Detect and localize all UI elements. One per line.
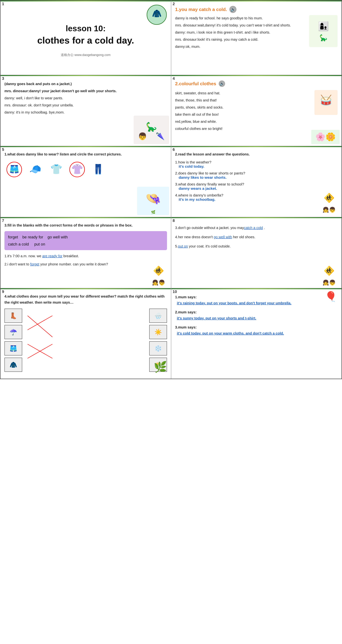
- svg-text:🔊: 🔊: [230, 7, 236, 12]
- cell-number-1: 1: [2, 2, 4, 6]
- lesson-title: lesson 10:: [66, 24, 106, 33]
- svg-line-34: [28, 316, 52, 330]
- qa-2: 2.does danny like to wear shorts or pant…: [175, 171, 338, 180]
- weather-snow: ❄️: [149, 341, 167, 356]
- item-umbrella: ☂️: [4, 325, 22, 339]
- decoration-9: 🌿: [151, 359, 169, 377]
- item-boots: 👢: [4, 308, 22, 323]
- cell-number-8: 8: [173, 218, 175, 223]
- svg-text:🚸: 🚸: [324, 266, 335, 276]
- cell-8: 8 3.don't go outside without a jacket. y…: [171, 217, 342, 288]
- cell-3: 3 (danny goes back and puts on a jacket.…: [0, 75, 171, 146]
- svg-text:👒: 👒: [145, 191, 161, 206]
- story-illustration-2: 👩‍👦 🦕: [309, 15, 338, 47]
- clothing-pictures: 🩳 🧢 👕 👚: [6, 162, 167, 178]
- label-10-3: 3.mum says:: [175, 324, 338, 330]
- stop-sign-illustration-6: 🚸 👧👦: [318, 187, 340, 215]
- section-title-4: 2.colourful clothes: [175, 81, 216, 86]
- qa-1: 1.how is the weather? it's cold today.: [175, 160, 338, 168]
- shorts-item: 🩳: [6, 162, 22, 178]
- sentence-8-3: 3.don't go outside without a jacket. you…: [175, 225, 338, 231]
- cell-number-4: 4: [173, 76, 175, 81]
- svg-text:👖: 👖: [92, 164, 104, 175]
- cell-7: 7 3.fill in the blanks with the correct …: [0, 217, 171, 288]
- para-3-2: mrs. dinosaur:danny! your jacket doesn't…: [4, 88, 167, 94]
- flowers-illustration: 🌸🌼: [311, 130, 340, 144]
- svg-text:🧢: 🧢: [29, 164, 42, 175]
- story-illustration-3: 🦕 👦 🌂: [134, 116, 169, 144]
- item-10-1: 1.mum says: it's raining today. put on y…: [175, 294, 338, 305]
- svg-text:🚸: 🚸: [153, 266, 164, 276]
- svg-text:🌸🌼: 🌸🌼: [315, 132, 336, 142]
- cell-1: 1 lesson 10: clothes for a cold day. 🧥 道…: [0, 0, 171, 75]
- cell-number-2: 2: [173, 2, 175, 6]
- weather-sun: ☀️: [149, 325, 167, 339]
- a3-text: danny wears a jacket.: [179, 186, 338, 190]
- q4-text: 4.where is danny's umberlla?: [175, 193, 338, 197]
- q3-text: 3.what does danny finally wear to school…: [175, 182, 338, 186]
- tshirt-item: 👕: [48, 162, 64, 178]
- svg-text:👧👦: 👧👦: [322, 280, 336, 286]
- lesson-subtitle: clothes for a cold day.: [37, 35, 134, 46]
- line-4-4: take them all out of the box!: [175, 112, 338, 118]
- line-4-3: pants, shoes, skirts and socks.: [175, 104, 338, 110]
- svg-text:🥁: 🥁: [320, 94, 332, 106]
- svg-text:👧👦: 👧👦: [152, 280, 165, 286]
- a1-text: it's cold today.: [179, 164, 338, 168]
- item-shorts: 🩳: [4, 341, 22, 356]
- para-3-4: mrs. dinosaur: ok. don't forget your umb…: [4, 102, 167, 108]
- svg-text:👚: 👚: [71, 164, 83, 175]
- drum-illustration: 🥁: [314, 90, 338, 115]
- svg-text:🦕: 🦕: [146, 122, 157, 132]
- match-lines: [26, 308, 146, 376]
- character-illustration-5: 👒 🌿: [137, 187, 169, 215]
- para-3-1: (danny goes back and puts on a jacket.): [4, 81, 167, 87]
- instruction-7: 3.fill in the blanks with the correct fo…: [4, 222, 167, 228]
- label-10-2: 2.mum says:: [175, 309, 338, 315]
- tshirt-svg: 👕: [48, 162, 64, 178]
- svg-text:🚸: 🚸: [324, 192, 335, 203]
- cell-number-7: 7: [2, 218, 4, 223]
- instruction-5: 1.what does danny like to wear? listen a…: [4, 151, 167, 157]
- svg-text:👦: 👦: [138, 132, 147, 140]
- instruction-9: 4.what clothes does your mum tell you we…: [4, 293, 167, 306]
- item-10-2: 2.mum says: it's sunny today. put on you…: [175, 309, 338, 320]
- item-10-3: 3.mum says: it's cold today. put on your…: [175, 324, 338, 336]
- a2-text: danny likes to wear shorts.: [179, 175, 338, 180]
- stop-illustration-8: 🚸 👧👦: [318, 261, 340, 286]
- weather-rain: 🌧️: [149, 308, 167, 323]
- line-4-5: red,yellow, blue and white.: [175, 118, 338, 124]
- cell-4: 4 2.colourful clothes 🔊 🥁 skirt, sweater…: [171, 75, 342, 146]
- cell-10: 10 🎈 1.mum says: it's raining today. put…: [171, 288, 342, 379]
- clothes-column: 👢 ☂️ 🩳 🧥: [4, 308, 22, 376]
- green-tshirt-circled: 👚: [69, 162, 85, 178]
- svg-text:👕: 👕: [50, 164, 62, 175]
- svg-text:🩳: 🩳: [10, 164, 19, 174]
- svg-line-33: [28, 316, 52, 337]
- para-3-5: danny: it's in my schoolbag. bye,mom.: [4, 109, 167, 115]
- q2-text: 2.does danny like to wear shorts or pant…: [175, 171, 338, 175]
- svg-text:👧👦: 👧👦: [322, 206, 336, 213]
- sentence-7-2: 2.i don't want to forget your phone numb…: [4, 261, 167, 267]
- svg-text:🌿: 🌿: [151, 210, 155, 214]
- decoration-10-top: 🎈: [322, 290, 340, 306]
- cell-number-10: 10: [173, 290, 177, 294]
- sentence-8-5: 5.put on your coat. it's cold outside.: [175, 243, 338, 249]
- cell-number-6: 6: [173, 147, 175, 152]
- qa-3: 3.what does danny finally wear to school…: [175, 182, 338, 190]
- speaker-icon-4: 🔊: [218, 80, 226, 87]
- qa-section: 1.how is the weather? it's cold today. 2…: [175, 160, 338, 202]
- para-3-3: danny: well, i don't like to wear pants.: [4, 95, 167, 101]
- vocab-box-7: forget be ready for go well with catch a…: [4, 231, 167, 250]
- svg-text:🌿: 🌿: [154, 361, 167, 373]
- cell-5: 5 1.what does danny like to wear? listen…: [0, 146, 171, 217]
- svg-text:🌂: 🌂: [156, 132, 165, 140]
- item-coat: 🧥: [4, 358, 22, 372]
- watermark-text: 道格办公-www.daogebangong.com: [61, 53, 110, 57]
- speaker-icon: 🔊: [229, 6, 237, 13]
- a4-text: it's in my schoolbag.: [179, 197, 338, 202]
- svg-text:🦕: 🦕: [320, 34, 328, 42]
- qa-4: 4.where is danny's umberlla? it's in my …: [175, 193, 338, 202]
- pants-svg: 👖: [90, 162, 106, 178]
- answer-10-1: it's raining today. put on your boots. a…: [177, 301, 338, 305]
